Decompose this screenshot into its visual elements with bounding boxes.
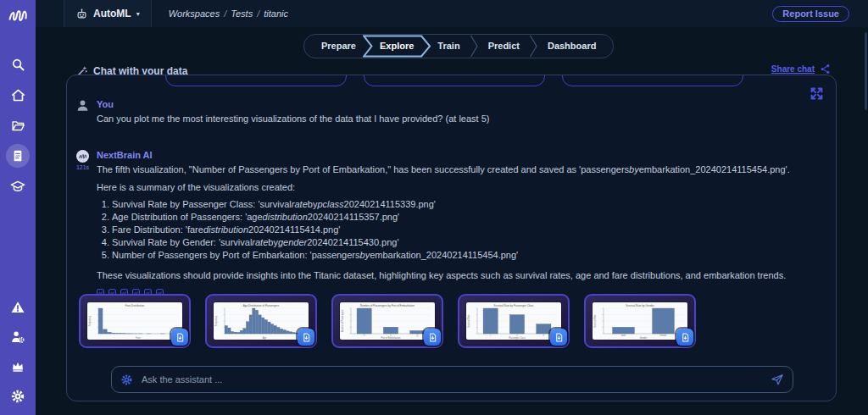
app-title: AutoML <box>93 8 131 19</box>
breadcrumb-separator: / <box>224 8 226 19</box>
chart-thumbnail[interactable]: Survival Rate by GendermalefemaleSurviva… <box>584 294 696 348</box>
step-prepare[interactable]: Prepare <box>311 35 366 58</box>
home-icon[interactable] <box>6 83 30 107</box>
chart-thumbnail[interactable]: Survival Rate by Passenger Class123Survi… <box>458 294 570 348</box>
svg-text:Number of Passengers: Number of Passengers <box>341 309 344 332</box>
robot-icon <box>75 8 88 20</box>
app-menu-button[interactable]: AutoML ▾ <box>64 0 152 27</box>
step-predict[interactable]: Predict <box>478 35 530 58</box>
step-dashboard[interactable]: Dashboard <box>537 35 606 58</box>
chart-thumbnail[interactable]: Fare DistributionFrequencyFare <box>79 294 191 348</box>
assistant-input[interactable] <box>140 374 764 385</box>
crown-icon[interactable] <box>6 355 30 379</box>
suggestion-chip[interactable] <box>364 75 545 86</box>
svg-text:female: female <box>660 334 667 337</box>
download-file-icon[interactable] <box>676 329 693 346</box>
step-separator-icon <box>530 35 537 58</box>
chart-thumbnail[interactable]: Age Distribution of PassengersFrequencyA… <box>205 294 317 348</box>
breadcrumb-separator: / <box>257 8 259 19</box>
scrollbar-thumb[interactable] <box>865 32 867 110</box>
brand-waveform-icon[interactable] <box>6 3 30 27</box>
search-icon[interactable] <box>6 53 30 76</box>
download-file-icon[interactable] <box>550 329 567 346</box>
svg-text:Fare Distribution: Fare Distribution <box>125 304 145 307</box>
user-avatar-icon <box>76 99 89 112</box>
document-icon[interactable] <box>6 144 30 168</box>
ai-message: 121s NextBrain AI The fifth visualizatio… <box>75 150 815 296</box>
download-file-icon[interactable] <box>298 329 314 346</box>
svg-text:Survival Rate by Gender: Survival Rate by Gender <box>626 304 654 307</box>
svg-text:Frequency: Frequency <box>214 315 218 326</box>
svg-text:Passenger Class: Passenger Class <box>509 336 526 340</box>
suggestion-chip[interactable] <box>562 75 743 86</box>
sidebar-bottom-group <box>6 296 30 415</box>
chat-container: You Can you plot me the most interesting… <box>66 75 837 401</box>
user-message-text: Can you plot me the most interesting vis… <box>97 113 489 126</box>
chart-thumbnail[interactable]: Number of Passengers by Port of Embarkat… <box>331 294 443 348</box>
svg-text:S: S <box>364 334 365 337</box>
ai-name: NextBrain AI <box>97 150 790 160</box>
svg-text:Survival Rate: Survival Rate <box>467 314 470 328</box>
stepper: PrepareExploreTrainPredictDashboard <box>303 34 614 58</box>
nextbrain-avatar <box>76 150 89 163</box>
suggestion-chips <box>165 75 743 86</box>
step-separator-icon <box>470 35 478 58</box>
folder-icon[interactable] <box>6 113 30 137</box>
chart-image: Number of Passengers by Port of Embarkat… <box>340 302 435 340</box>
svg-text:Fare: Fare <box>136 336 141 340</box>
warning-icon[interactable] <box>6 296 30 319</box>
ai-paragraph-2: Here is a summary of the visualizations … <box>97 181 790 195</box>
breadcrumb-item[interactable]: Tests <box>231 8 253 19</box>
share-chat-link[interactable]: Share chat <box>771 64 815 74</box>
user-settings-icon[interactable] <box>6 325 30 349</box>
thumbnail-row: Fare DistributionFrequencyFareAge Distri… <box>79 294 696 348</box>
chart-image: Age Distribution of PassengersFrequencyA… <box>214 302 309 340</box>
svg-text:Q: Q <box>416 334 418 337</box>
step-train[interactable]: Train <box>427 35 470 58</box>
visualization-list-item: Survival Rate by Gender: 'survivalrateby… <box>112 237 790 248</box>
visualization-list-item: Number of Passengers by Port of Embarkat… <box>112 250 790 261</box>
breadcrumb: Workspaces/Tests/titanic <box>169 8 288 19</box>
report-issue-button[interactable]: Report Issue <box>772 6 849 22</box>
download-file-icon[interactable] <box>171 329 188 346</box>
svg-text:Survival Rate by Passenger Cla: Survival Rate by Passenger Class <box>494 304 534 307</box>
suggestion-chip[interactable] <box>165 75 347 86</box>
download-file-icon[interactable] <box>424 329 441 346</box>
svg-text:male: male <box>621 334 626 337</box>
send-icon[interactable] <box>771 373 784 386</box>
svg-text:Number of Passengers by Port o: Number of Passengers by Port of Embarkat… <box>360 304 415 307</box>
svg-text:Frequency: Frequency <box>88 315 92 326</box>
visualization-list-item: Survival Rate by Passenger Class: 'survi… <box>112 199 790 210</box>
visualization-list-item: Fare Distribution: 'faredistribution2024… <box>112 224 790 235</box>
chevron-down-icon: ▾ <box>136 10 140 18</box>
assistant-gear-icon[interactable] <box>120 374 133 386</box>
share-row: Share chat <box>771 64 831 75</box>
share-icon[interactable] <box>820 64 831 75</box>
visualization-list-item: Age Distribution of Passengers: 'agedist… <box>112 212 790 223</box>
ai-paragraph-1: The fifth visualization, "Number of Pass… <box>97 163 790 177</box>
sidebar <box>0 0 36 415</box>
breadcrumb-item[interactable]: titanic <box>264 8 288 19</box>
elapsed-time: 121s <box>76 164 89 170</box>
svg-text:Gender: Gender <box>640 336 648 340</box>
graduation-cap-icon[interactable] <box>6 174 30 198</box>
breadcrumb-item[interactable]: Workspaces <box>169 8 220 19</box>
svg-text:Survival Rate: Survival Rate <box>593 314 597 328</box>
user-message: You Can you plot me the most interesting… <box>75 99 815 126</box>
app-window: AutoML ▾ Workspaces/Tests/titanic Report… <box>0 0 868 415</box>
settings-gear-icon[interactable] <box>6 385 30 408</box>
svg-text:Age Distribution of Passengers: Age Distribution of Passengers <box>243 304 280 307</box>
svg-text:Port of Embarkation: Port of Embarkation <box>381 336 401 340</box>
svg-text:Age: Age <box>263 336 267 340</box>
user-name: You <box>97 99 489 109</box>
chart-image: Fare DistributionFrequencyFare <box>87 302 182 340</box>
visualization-list: Survival Rate by Passenger Class: 'survi… <box>97 199 790 261</box>
topbar: AutoML ▾ Workspaces/Tests/titanic Report… <box>36 0 868 27</box>
chart-image: Survival Rate by GendermalefemaleSurviva… <box>593 302 687 340</box>
ai-paragraph-3: These visualizations should provide insi… <box>97 269 790 283</box>
chart-image: Survival Rate by Passenger Class123Survi… <box>466 302 561 340</box>
step-explore[interactable]: Explore <box>366 35 427 58</box>
assistant-input-bar <box>111 366 793 393</box>
